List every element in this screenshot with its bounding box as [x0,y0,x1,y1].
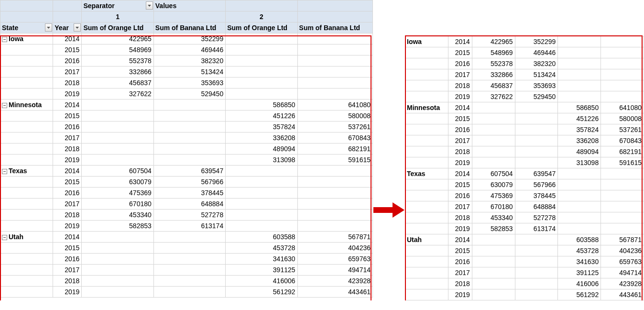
value-cell: 529450 [515,91,558,102]
value-cell: 422965 [472,36,515,47]
value-cell: 378445 [515,190,558,201]
state-cell [0,89,53,100]
copied-table-right: Iowa201442296535229920155489694694462016… [405,0,644,300]
state-label: State [2,24,18,32]
year-cell: 2018 [53,78,82,89]
value-cell: 453728 [226,243,297,254]
pivot-table-left: Separator Values 1 2 State [0,0,373,300]
value-cell: 641080 [297,100,372,111]
value-cell: 382320 [153,55,225,66]
value-cell [297,55,372,66]
collapse-icon[interactable] [2,37,7,42]
state-cell [0,122,53,133]
collapse-icon[interactable] [2,103,7,108]
state-cell [405,190,448,201]
value-cell [558,91,601,102]
value-cell: 423928 [297,276,372,287]
table-row: 2019582853613174 [405,223,644,234]
table-row: 2019327622529450 [0,89,373,100]
value-cell [153,287,225,298]
value-cell: 567871 [297,232,372,243]
collapse-icon[interactable] [2,235,7,240]
value-cell: 327622 [82,89,153,100]
year-cell: 2017 [448,135,472,146]
value-cell [472,102,515,113]
value-cell: 353693 [515,80,558,91]
state-cell [0,66,53,78]
value-cell [515,146,558,157]
year-cell: 2018 [448,212,472,223]
table-row: 2016552378382320 [405,58,644,69]
value-cell [226,188,297,199]
blank-header [53,11,82,22]
filter-dropdown-icon[interactable] [74,23,81,32]
value-cell [515,289,558,300]
value-cell [601,91,644,102]
value-cell [153,144,225,155]
table-row: 2017336208670843 [0,133,373,144]
value-cell [515,256,558,267]
value-cell [515,113,558,124]
values-header: Values [153,0,225,11]
value-cell: 659763 [297,254,372,265]
value-cell: 336208 [226,133,297,144]
value-cell [515,135,558,146]
state-cell[interactable]: Iowa [0,33,53,44]
value-cell [153,232,225,243]
state-cell [405,289,448,300]
table-row: 2016357824537261 [405,124,644,135]
value-cell: 582853 [82,221,153,232]
state-cell [0,287,53,298]
value-cell [82,232,153,243]
value-cell [82,100,153,111]
table-row: 2017670180648884 [405,201,644,212]
year-cell: 2017 [53,133,82,144]
value-cell: 341630 [226,254,297,265]
state-cell [405,69,448,80]
value-cell [601,58,644,69]
collapse-icon[interactable] [2,169,7,174]
year-cell: 2019 [448,157,472,168]
value-cell [153,133,225,144]
filter-dropdown-icon[interactable] [146,1,153,10]
state-cell [405,113,448,124]
year-cell: 2014 [448,36,472,47]
year-cell: 2019 [448,223,472,234]
state-cell[interactable]: Texas [0,166,53,177]
table-row: 2015548969469446 [0,44,373,55]
state-text: Texas [9,167,27,175]
state-text: Iowa [9,35,23,43]
value-cell: 475369 [82,188,153,199]
state-header[interactable]: State [0,22,53,33]
value-cell [558,223,601,234]
value-cell [226,78,297,89]
value-cell: 670843 [601,135,644,146]
value-cell: 591615 [601,157,644,168]
value-cell [601,36,644,47]
state-cell [405,201,448,212]
value-cell: 443461 [601,289,644,300]
separator-header[interactable]: Separator [82,0,153,11]
year-cell: 2016 [448,58,472,69]
value-cell [226,66,297,78]
value-cell: 423928 [601,278,644,289]
value-cell: 591615 [297,155,372,166]
value-cell: 682191 [601,146,644,157]
state-cell [0,155,53,166]
year-cell: 2017 [53,265,82,276]
value-cell [472,135,515,146]
year-cell: 2016 [53,254,82,265]
value-cell: 489094 [226,144,297,155]
state-cell[interactable]: Minnesota [0,100,53,111]
value-cell: 586850 [558,102,601,113]
blank-header [226,0,297,11]
value-cell: 648884 [153,199,225,210]
value-cell: 404236 [601,245,644,256]
value-cell [82,243,153,254]
state-cell[interactable]: Utah [0,232,53,243]
year-cell: 2014 [53,33,82,44]
filter-dropdown-icon[interactable] [45,23,52,32]
value-cell: 391125 [558,267,601,278]
value-cell [601,168,644,179]
year-header[interactable]: Year [53,22,82,33]
